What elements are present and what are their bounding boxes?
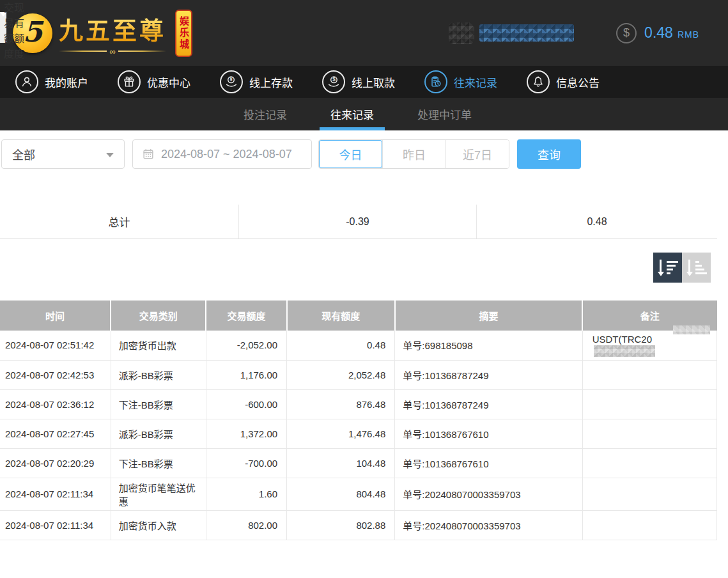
svg-text:$: $ xyxy=(332,77,336,82)
table-row: 2024-08-07 02:42:53 派彩-BB彩票 1,176.00 2,0… xyxy=(0,360,717,389)
cell-balance: 1,476.48 xyxy=(287,419,395,448)
cell-time: 2024-08-07 02:11:34 xyxy=(0,510,111,540)
cell-time: 2024-08-07 02:42:53 xyxy=(0,360,111,389)
cell-time: 2024-08-07 02:27:45 xyxy=(0,419,111,448)
type-select[interactable]: 全部 xyxy=(1,139,125,169)
cell-balance: 2,052.48 xyxy=(287,360,395,389)
nav-label: 往来记录 xyxy=(454,74,497,90)
cell-note xyxy=(582,478,716,510)
summary-total-label: 总计 xyxy=(0,214,238,230)
nav-item-transaction-records[interactable]: 往来记录 xyxy=(424,70,497,93)
table-header-row: 时间 交易类别 交易额度 现有额度 摘要 备注 xyxy=(0,301,717,331)
cell-note xyxy=(582,389,716,419)
brand-flourish: ∞ xyxy=(59,47,166,56)
nav-label: 信息公告 xyxy=(556,74,600,90)
cell-type: 下注-BB彩票 xyxy=(111,389,206,419)
today-button[interactable]: 今日 xyxy=(319,140,382,168)
header-balance: 现有额度 xyxy=(287,301,395,331)
balance-amount: 0.48 xyxy=(644,24,673,42)
brand-name: 九五至尊 xyxy=(59,11,166,46)
table-row: 2024-08-07 02:11:34 加密货币笔笔送优惠 1.60 804.4… xyxy=(0,478,717,510)
records-clipboard-clock-icon xyxy=(424,70,447,93)
cell-summary: 单号:698185098 xyxy=(395,331,582,360)
note-redacted-block xyxy=(594,345,655,357)
cell-time: 2024-08-07 02:20:29 xyxy=(0,448,111,478)
filter-bar: 全部 2024-08-07 ~ 2024-08-07 今日 昨日 近7日 查询 xyxy=(0,130,728,169)
tab-label: 处理中订单 xyxy=(417,106,472,122)
header-summary: 摘要 xyxy=(395,301,582,331)
nav-item-withdraw[interactable]: $ 线上取款 xyxy=(322,70,395,93)
nav-item-announcements[interactable]: 信息公告 xyxy=(527,70,600,93)
user-name-redacted xyxy=(479,24,574,42)
cell-note xyxy=(582,510,716,540)
cell-time: 2024-08-07 02:36:12 xyxy=(0,389,111,419)
transactions-table: 时间 交易类别 交易额度 现有额度 摘要 备注 2024-08-07 02:51… xyxy=(0,301,717,540)
type-select-value: 全部 xyxy=(12,146,35,162)
tab-transaction-records[interactable]: 往来记录 xyxy=(321,98,383,130)
deposit-hand-coin-icon: ¥ xyxy=(220,70,243,93)
cell-note xyxy=(582,419,716,448)
table-row: 2024-08-07 02:51:42 加密货币出款 -2,052.00 0.4… xyxy=(0,331,717,360)
nav-label: 优惠中心 xyxy=(147,74,190,90)
cell-amount: -600.00 xyxy=(206,389,286,419)
sort-ascending-icon xyxy=(686,260,693,276)
table-row: 2024-08-07 02:11:34 加密货币入款 802.00 802.88… xyxy=(0,510,717,540)
summary-trade-total: -0.39 xyxy=(238,205,476,238)
cell-balance: 0.48 xyxy=(287,331,395,360)
cell-note xyxy=(582,448,716,478)
tab-pending-orders[interactable]: 处理中订单 xyxy=(408,98,481,130)
date-range-value: 2024-08-07 ~ 2024-08-07 xyxy=(161,148,292,161)
dollar-coin-icon: $ xyxy=(616,23,637,43)
table-row: 2024-08-07 02:36:12 下注-BB彩票 -600.00 876.… xyxy=(0,389,717,419)
cell-summary: 单号:101368787249 xyxy=(395,360,582,389)
cell-amount: -700.00 xyxy=(206,448,286,478)
sort-descending-icon xyxy=(658,260,664,276)
main-nav: 我的账户 优惠中心 ¥ 线上存款 $ 线上取款 往来记录 信息公告 xyxy=(0,66,728,98)
cell-note: USDT(TRC20 xyxy=(582,331,716,360)
user-avatar[interactable] xyxy=(449,22,474,44)
cell-time: 2024-08-07 02:11:34 xyxy=(0,478,111,510)
balance-display: 0.48 RMB xyxy=(644,24,699,42)
cell-summary: 单号:101368767610 xyxy=(395,448,582,478)
cell-type: 加密货币入款 xyxy=(111,510,206,540)
date-range-input[interactable]: 2024-08-07 ~ 2024-08-07 xyxy=(132,139,312,169)
subnav: 投注记录 往来记录 处理中订单 xyxy=(0,98,728,130)
yesterday-button[interactable]: 昨日 xyxy=(382,140,445,168)
cell-amount: 1,176.00 xyxy=(206,360,286,389)
summary-header-trade: 交易额度 xyxy=(3,0,14,61)
cell-summary: 单号:202408070003359703 xyxy=(395,510,582,540)
withdraw-hand-coin-icon: $ xyxy=(322,70,345,93)
sort-ascending-button[interactable] xyxy=(682,253,711,283)
cell-type: 加密货币笔笔送优惠 xyxy=(111,478,206,510)
summary-header-row: 交易额度 现有额度 xyxy=(0,12,6,43)
cell-amount: 1,372.00 xyxy=(206,419,286,448)
nav-item-promotions[interactable]: 优惠中心 xyxy=(118,70,190,93)
cell-note xyxy=(582,360,716,389)
sort-controls xyxy=(0,253,717,283)
tab-bet-records[interactable]: 投注记录 xyxy=(235,98,296,130)
cell-amount: 1.60 xyxy=(206,478,286,510)
tab-label: 投注记录 xyxy=(244,106,287,122)
sort-descending-button[interactable] xyxy=(653,253,682,283)
svg-text:¥: ¥ xyxy=(229,77,233,82)
user-icon xyxy=(15,70,38,93)
cell-amount: 802.00 xyxy=(206,510,286,540)
table-row: 2024-08-07 02:20:29 下注-BB彩票 -700.00 104.… xyxy=(0,448,717,478)
nav-item-my-account[interactable]: 我的账户 xyxy=(15,70,88,93)
nav-item-deposit[interactable]: ¥ 线上存款 xyxy=(220,70,293,93)
last-7-days-button[interactable]: 近7日 xyxy=(445,140,509,168)
header-time: 时间 xyxy=(0,301,111,331)
note-redacted-block-top xyxy=(673,325,710,334)
cell-balance: 802.88 xyxy=(287,510,395,540)
date-quick-range-group: 今日 昨日 近7日 xyxy=(318,139,509,169)
header-type: 交易类别 xyxy=(111,301,206,331)
table-row: 2024-08-07 02:27:45 派彩-BB彩票 1,372.00 1,4… xyxy=(0,419,717,448)
note-text: USDT(TRC20 xyxy=(592,334,652,345)
cell-type: 加密货币出款 xyxy=(111,331,206,360)
search-button[interactable]: 查询 xyxy=(517,139,581,169)
nav-label: 我的账户 xyxy=(45,74,88,90)
summary-total-row: 总计 -0.39 0.48 xyxy=(0,205,717,239)
cell-type: 下注-BB彩票 xyxy=(111,448,206,478)
brand-logo[interactable]: 5 九五至尊 ∞ 娱乐城 xyxy=(13,10,192,57)
summary-balance-total: 0.48 xyxy=(476,205,717,238)
